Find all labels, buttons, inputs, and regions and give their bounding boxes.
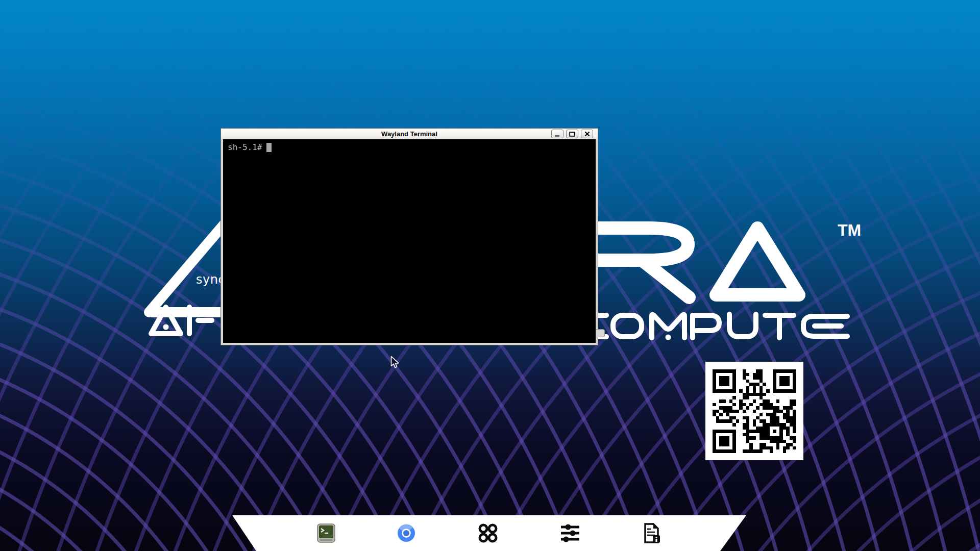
dock-item-chromium[interactable] [396, 523, 416, 543]
app-grid-icon [478, 523, 498, 543]
close-icon [584, 131, 590, 137]
logo-compute-lettering [578, 314, 847, 340]
window-resize-tab[interactable] [596, 329, 605, 337]
dock-item-settings[interactable] [560, 523, 580, 543]
window-titlebar[interactable]: Wayland Terminal [221, 129, 598, 139]
window-controls [551, 130, 593, 138]
minimize-button[interactable] [551, 130, 564, 138]
dock-item-app-grid[interactable] [478, 523, 498, 543]
mouse-cursor [390, 356, 401, 369]
terminal-icon [317, 523, 335, 543]
qr-canvas [713, 369, 796, 453]
settings-sliders-icon [560, 524, 580, 542]
minimize-icon [554, 132, 560, 137]
logo-trademark: TM [838, 221, 861, 239]
terminal-window: Wayland Terminal sh-5.1# [220, 128, 598, 345]
dock-item-terminal[interactable] [316, 523, 336, 543]
chromium-icon [397, 524, 415, 542]
shell-prompt: sh-5.1# [228, 142, 262, 152]
document-info-icon [644, 523, 661, 543]
close-button[interactable] [581, 130, 593, 138]
qr-code [705, 362, 803, 460]
maximize-button[interactable] [566, 130, 578, 138]
dock-item-document[interactable] [642, 523, 663, 543]
terminal-cursor [266, 143, 272, 152]
logo-letter-a-triangle [716, 228, 799, 295]
terminal-screen[interactable]: sh-5.1# [223, 139, 596, 343]
maximize-icon [569, 132, 575, 137]
logo-letter-r [592, 228, 689, 297]
window-title: Wayland Terminal [221, 130, 598, 138]
dock [232, 515, 746, 551]
